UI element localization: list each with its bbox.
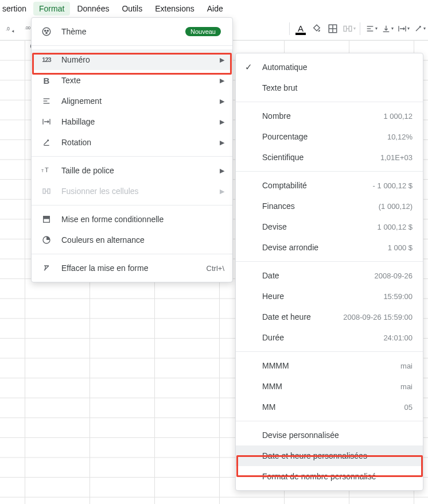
svg-text:T: T	[41, 169, 44, 173]
vertical-align-button[interactable]: ▾	[380, 21, 395, 36]
menu-item-label: Pourcentage	[262, 132, 387, 141]
number-icon: 123	[41, 54, 52, 65]
format-example: 10,12%	[387, 133, 413, 141]
menu-item-label: Devise	[262, 222, 378, 231]
menu-item-label: Nombre	[262, 111, 383, 121]
menu-aide[interactable]: Aide	[201, 2, 229, 15]
menu-item-rotation[interactable]: Rotation ▶	[32, 132, 232, 153]
num-item-mm[interactable]: MM 05	[236, 397, 423, 417]
num-item-date-heure-perso[interactable]: Date et heure personnalisées	[236, 445, 423, 466]
num-item-devise-arrondie[interactable]: Devise arrondie 1 000 $	[236, 237, 423, 258]
num-item-mmm[interactable]: MMM mai	[236, 376, 423, 397]
menu-separator	[236, 102, 423, 102]
check-icon: ✓	[245, 62, 252, 72]
num-item-heure[interactable]: Heure 15:59:00	[236, 286, 423, 307]
menu-separator	[32, 205, 232, 206]
menu-extensions[interactable]: Extensions	[149, 2, 200, 15]
menu-item-fusionner: Fusionner les cellules ▶	[32, 181, 232, 201]
num-item-date-heure[interactable]: Date et heure 2008-09-26 15:59:00	[236, 307, 423, 327]
font-size-icon: TT	[41, 165, 52, 176]
menu-item-clear-format[interactable]: Effacer la mise en forme Ctrl+\	[32, 258, 232, 278]
svg-text:.0: .0	[6, 26, 10, 32]
format-menu: Thème Nouveau 123 Numéro ▶ B Texte ▶ Ali…	[31, 17, 233, 282]
menu-item-label: Mise en forme conditionnelle	[61, 215, 224, 224]
num-item-automatique[interactable]: ✓ Automatique	[236, 57, 423, 77]
num-item-pourcentage[interactable]: Pourcentage 10,12%	[236, 126, 423, 147]
menu-separator	[236, 171, 423, 172]
menu-separator	[236, 351, 423, 352]
svg-point-13	[42, 28, 50, 36]
num-item-devise[interactable]: Devise 1 000,12 $	[236, 216, 423, 237]
menu-outils[interactable]: Outils	[116, 2, 148, 15]
format-example: - 1 000,12 $	[373, 181, 413, 190]
clear-format-icon	[41, 262, 52, 274]
menu-item-label: Format de nombre personnalisé	[262, 472, 413, 481]
menu-format[interactable]: Format	[33, 2, 70, 15]
num-item-date[interactable]: Date 2008-09-26	[236, 265, 423, 286]
menu-item-theme[interactable]: Thème Nouveau	[32, 21, 232, 42]
num-item-texte-brut[interactable]: Texte brut	[236, 77, 423, 98]
borders-button[interactable]	[325, 21, 340, 36]
align-icon	[41, 95, 52, 107]
num-item-comptabilite[interactable]: Comptabilité - 1 000,12 $	[236, 175, 423, 196]
num-item-finances[interactable]: Finances (1 000,12)	[236, 196, 423, 216]
bold-icon: B	[41, 75, 52, 86]
fill-color-button[interactable]	[309, 21, 324, 36]
svg-rect-25	[43, 189, 45, 193]
text-color-button[interactable]: A	[293, 21, 308, 36]
svg-point-16	[46, 32, 47, 33]
format-example: 2008-09-26 15:59:00	[343, 313, 413, 321]
menu-item-texte[interactable]: B Texte ▶	[32, 70, 232, 91]
format-example: 1 000 $	[388, 243, 413, 252]
menu-item-taille-police[interactable]: TT Taille de police ▶	[32, 160, 232, 181]
num-item-devise-perso[interactable]: Devise personnalisée	[236, 425, 423, 445]
menu-item-label: Automatique	[262, 63, 413, 72]
text-wrap-button[interactable]: ▾	[396, 21, 411, 36]
theme-icon	[41, 26, 52, 37]
new-badge: Nouveau	[185, 27, 221, 36]
menu-item-label: Devise personnalisée	[262, 431, 413, 440]
text-rotation-button[interactable]: ▾	[412, 21, 427, 36]
num-item-scientifique[interactable]: Scientifique 1,01E+03	[236, 147, 423, 168]
format-example: 1,01E+03	[380, 153, 413, 162]
menu-item-label: Rotation	[61, 138, 220, 147]
num-item-nombre-perso[interactable]: Format de nombre personnalisé	[236, 466, 423, 487]
chevron-right-icon: ▶	[220, 98, 224, 105]
num-item-duree[interactable]: Durée 24:01:00	[236, 327, 423, 348]
menu-separator	[32, 254, 232, 254]
decrease-decimal-button[interactable]: .0	[3, 21, 18, 36]
menu-item-alignement[interactable]: Alignement ▶	[32, 91, 232, 111]
menu-item-label: Date et heure	[262, 312, 343, 321]
horizontal-align-button[interactable]: ▾	[364, 21, 379, 36]
num-item-mmmm[interactable]: MMMM mai	[236, 355, 423, 376]
svg-rect-29	[44, 216, 50, 219]
chevron-right-icon: ▶	[220, 56, 224, 64]
chevron-right-icon: ▶	[220, 139, 224, 146]
chevron-right-icon: ▶	[220, 77, 224, 84]
menu-item-alternating-colors[interactable]: Couleurs en alternance	[32, 230, 232, 250]
menu-item-label: Effacer la mise en forme	[61, 263, 207, 273]
merge-cells-button[interactable]: ▾	[341, 21, 356, 36]
menu-item-label: Fusionner les cellules	[61, 187, 220, 196]
menu-item-label: Thème	[61, 27, 185, 36]
menu-item-label: Devise arrondie	[262, 243, 388, 252]
menu-insertion[interactable]: sertion	[2, 2, 32, 15]
format-example: (1 000,12)	[379, 202, 413, 211]
svg-text:.00: .00	[25, 26, 30, 30]
format-example: 1 000,12 $	[378, 223, 413, 231]
menu-item-habillage[interactable]: Habillage ▶	[32, 111, 232, 132]
menu-item-conditional-format[interactable]: Mise en forme conditionnelle	[32, 209, 232, 230]
menu-item-label: Texte	[61, 76, 220, 85]
menu-donnees[interactable]: Données	[71, 2, 115, 15]
menu-item-label: Scientifique	[262, 153, 380, 162]
chevron-right-icon: ▶	[220, 118, 224, 126]
num-item-nombre[interactable]: Nombre 1 000,12	[236, 106, 423, 126]
svg-rect-5	[344, 26, 347, 31]
shortcut-text: Ctrl+\	[207, 264, 224, 273]
format-example: 1 000,12	[383, 112, 413, 121]
menu-item-label: MMM	[262, 382, 400, 391]
svg-rect-6	[349, 26, 352, 31]
menu-separator	[32, 45, 232, 46]
menu-item-numero[interactable]: 123 Numéro ▶	[32, 49, 232, 70]
separator	[360, 22, 360, 35]
